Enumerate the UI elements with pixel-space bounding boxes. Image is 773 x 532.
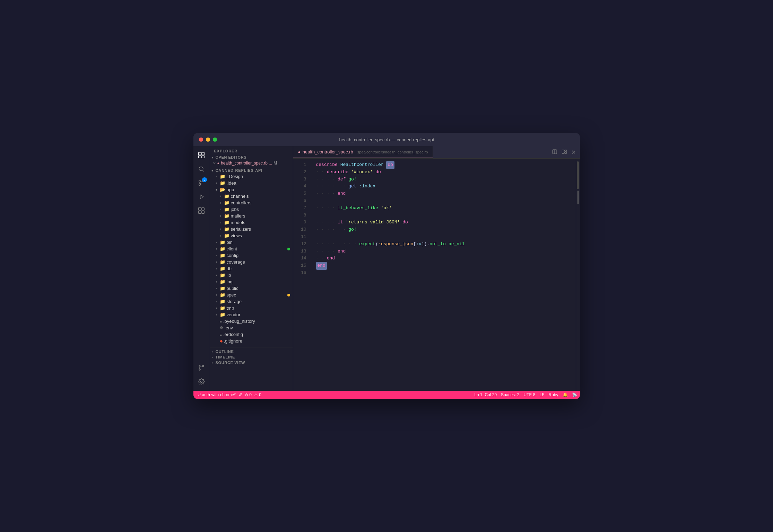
- folder-db[interactable]: › 📁 db: [210, 265, 293, 272]
- line-num-15: 15: [293, 262, 311, 269]
- code-editor[interactable]: 1 2 3 4 5 6 7 8 9 10 11 12 13 14 15 16: [293, 159, 580, 391]
- close-button[interactable]: [199, 138, 203, 142]
- folder-icon-channels: 📁: [224, 194, 229, 199]
- folder-label-lib: lib: [227, 273, 231, 278]
- position-status[interactable]: Ln 1, Col 29: [474, 392, 497, 397]
- line-num-4: 4: [293, 183, 311, 190]
- folder-client[interactable]: › 📁 client: [210, 246, 293, 252]
- folder-bin[interactable]: › 📁 bin: [210, 239, 293, 246]
- tab-filename: health_controller_spec.rb: [303, 149, 353, 154]
- chevron-coverage: ›: [214, 260, 219, 264]
- folder-lib[interactable]: › 📁 lib: [210, 272, 293, 278]
- kw-def: def: [338, 176, 346, 183]
- code-content[interactable]: describe HealthController do · · describ…: [311, 159, 576, 391]
- encoding-status[interactable]: UTF-8: [523, 392, 535, 397]
- git-activity-icon[interactable]: [195, 362, 208, 374]
- close-editor-icon[interactable]: ✕: [213, 161, 216, 166]
- source-view-chevron: ›: [210, 361, 215, 365]
- indent-dots-13: · · · ·: [316, 248, 338, 255]
- errors-status[interactable]: ⊘ 0 ⚠ 0: [245, 392, 261, 397]
- folder-icon-jobs: 📁: [224, 207, 229, 212]
- line-ending-status[interactable]: LF: [539, 392, 544, 397]
- window-controls: [199, 138, 217, 142]
- folder-design[interactable]: › 📁 _Design: [210, 173, 293, 180]
- code-line-14: · · end: [311, 255, 576, 262]
- indent-dots-4: · · · · · ·: [316, 183, 349, 190]
- folder-log[interactable]: › 📁 log: [210, 278, 293, 285]
- outline-chevron: ›: [210, 350, 215, 354]
- method-behaves: it_behaves_like: [338, 205, 378, 212]
- space-10: [446, 241, 449, 248]
- folder-public[interactable]: › 📁 public: [210, 285, 293, 292]
- folder-views[interactable]: › 📁 views: [210, 232, 293, 239]
- chevron-serializers: ›: [218, 227, 223, 231]
- search-activity-icon[interactable]: [195, 163, 208, 175]
- line-num-16: 16: [293, 269, 311, 277]
- line-num-12: 12: [293, 241, 311, 248]
- timeline-panel[interactable]: › TIMELINE: [210, 354, 293, 360]
- maximize-button[interactable]: [213, 138, 217, 142]
- spaces-status[interactable]: Spaces: 2: [501, 392, 519, 397]
- folder-icon-app: 📂: [220, 187, 225, 192]
- scrollbar-area[interactable]: [576, 159, 580, 391]
- svg-rect-1: [202, 152, 204, 155]
- branch-status[interactable]: ⎇ auth-with-chrome*: [196, 392, 236, 397]
- folder-mailers[interactable]: › 📁 mailers: [210, 213, 293, 219]
- split-editor-icon[interactable]: [552, 149, 557, 156]
- chevron-tmp: ›: [214, 306, 219, 310]
- folder-icon-views: 📁: [224, 233, 229, 238]
- folder-label-tmp: tmp: [227, 305, 234, 311]
- folder-config[interactable]: › 📁 config: [210, 252, 293, 259]
- folder-controllers[interactable]: › 📁 controllers: [210, 200, 293, 206]
- file-label-byebug: .byebug_history: [223, 319, 255, 324]
- folder-serializers[interactable]: › 📁 serializers: [210, 226, 293, 232]
- project-root-header[interactable]: ▾ CANNED-REPLIES-API: [210, 168, 293, 173]
- file-env[interactable]: › ⚙ .env: [210, 325, 293, 331]
- folder-storage[interactable]: › 📁 storage: [210, 298, 293, 305]
- file-label-gitignore: .gitignore: [224, 338, 242, 344]
- folder-vendor[interactable]: › 📁 vendor: [210, 311, 293, 318]
- file-byebug[interactable]: › ≡ .byebug_history: [210, 318, 293, 325]
- editor-area: ● health_controller_spec.rb spec/control…: [293, 146, 580, 391]
- kw-describe-1: describe: [316, 161, 338, 169]
- bracket-2: ]).: [422, 241, 429, 248]
- notifications-status[interactable]: 🔔: [563, 392, 568, 397]
- source-control-activity-icon[interactable]: 2: [195, 177, 208, 189]
- language-status[interactable]: Ruby: [548, 392, 558, 397]
- line-numbers: 1 2 3 4 5 6 7 8 9 10 11 12 13 14 15 16: [293, 159, 311, 391]
- outline-panel[interactable]: › OUTLINE: [210, 349, 293, 354]
- sidebar: EXPLORER ▾ OPEN EDITORS ✕ ● health_contr…: [210, 146, 293, 391]
- open-editors-header[interactable]: ▾ OPEN EDITORS: [210, 154, 293, 160]
- open-editor-item[interactable]: ✕ ● health_controller_spec.rb ... M: [210, 160, 293, 166]
- folder-channels[interactable]: › 📁 channels: [210, 193, 293, 200]
- broadcast-status[interactable]: 📡: [572, 392, 577, 397]
- settings-activity-icon[interactable]: [195, 375, 208, 388]
- folder-jobs[interactable]: › 📁 jobs: [210, 206, 293, 213]
- extensions-activity-icon[interactable]: [195, 204, 208, 217]
- class-name-1: HealthController: [340, 161, 384, 169]
- sync-icon: ↺: [238, 392, 242, 397]
- folder-spec[interactable]: › 📁 spec: [210, 292, 293, 298]
- folder-tmp[interactable]: › 📁 tmp: [210, 305, 293, 311]
- line-num-3: 3: [293, 176, 311, 183]
- run-debug-activity-icon[interactable]: [195, 190, 208, 203]
- folder-models[interactable]: › 📁 models: [210, 219, 293, 226]
- indent-dots-3: · · · ·: [316, 176, 338, 183]
- folder-coverage[interactable]: › 📁 coverage: [210, 259, 293, 265]
- file-gitignore[interactable]: › ◆ .gitignore: [210, 338, 293, 344]
- source-view-label: SOURCE VIEW: [216, 361, 245, 365]
- tab-actions: ✕: [548, 146, 580, 158]
- sync-status[interactable]: ↺: [238, 392, 242, 397]
- indent-dots-14: · ·: [316, 255, 327, 262]
- minimize-button[interactable]: [206, 138, 210, 142]
- folder-icon-design: 📁: [220, 174, 225, 179]
- folder-app[interactable]: ▾ 📂 app: [210, 186, 293, 193]
- folder-idea[interactable]: › 📁 .idea: [210, 180, 293, 186]
- source-view-panel[interactable]: › SOURCE VIEW: [210, 360, 293, 365]
- explorer-activity-icon[interactable]: [195, 149, 208, 161]
- file-erdconfig[interactable]: › ≡ .erdconfig: [210, 331, 293, 338]
- editor-tab[interactable]: ● health_controller_spec.rb spec/control…: [293, 146, 433, 158]
- source-control-badge: 2: [202, 177, 207, 182]
- layout-icon[interactable]: [562, 149, 567, 156]
- close-tab-icon[interactable]: ✕: [571, 149, 576, 156]
